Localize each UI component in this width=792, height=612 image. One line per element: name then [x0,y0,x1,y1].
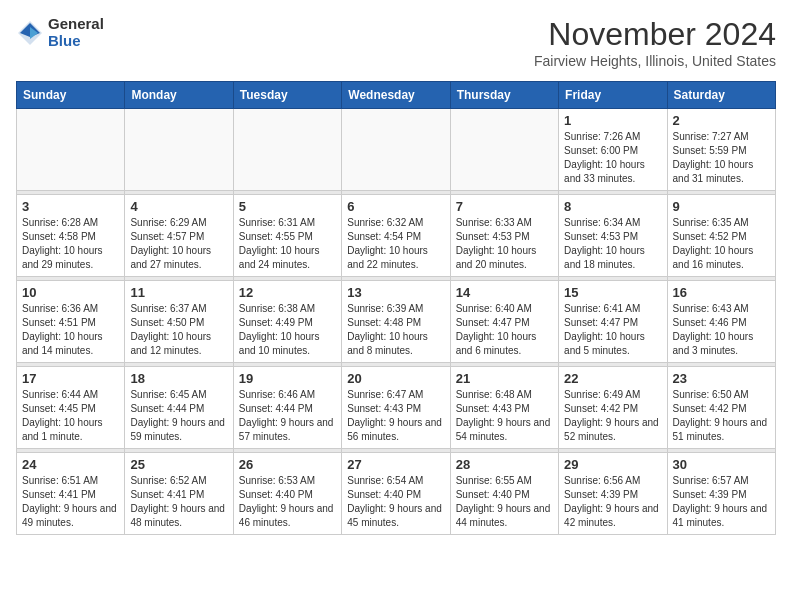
day-number: 1 [564,113,661,128]
day-detail: Sunrise: 6:31 AM Sunset: 4:55 PM Dayligh… [239,216,336,272]
day-number: 30 [673,457,770,472]
day-number: 12 [239,285,336,300]
day-number: 22 [564,371,661,386]
calendar-cell: 8Sunrise: 6:34 AM Sunset: 4:53 PM Daylig… [559,195,667,277]
day-detail: Sunrise: 6:39 AM Sunset: 4:48 PM Dayligh… [347,302,444,358]
calendar-cell [342,109,450,191]
calendar-header-row: SundayMondayTuesdayWednesdayThursdayFrid… [17,82,776,109]
logo-text: General Blue [48,16,104,49]
day-detail: Sunrise: 6:51 AM Sunset: 4:41 PM Dayligh… [22,474,119,530]
day-header: Wednesday [342,82,450,109]
day-detail: Sunrise: 6:41 AM Sunset: 4:47 PM Dayligh… [564,302,661,358]
calendar-cell: 27Sunrise: 6:54 AM Sunset: 4:40 PM Dayli… [342,453,450,535]
day-number: 8 [564,199,661,214]
day-detail: Sunrise: 6:40 AM Sunset: 4:47 PM Dayligh… [456,302,553,358]
calendar-cell: 19Sunrise: 6:46 AM Sunset: 4:44 PM Dayli… [233,367,341,449]
calendar-cell: 22Sunrise: 6:49 AM Sunset: 4:42 PM Dayli… [559,367,667,449]
day-detail: Sunrise: 6:45 AM Sunset: 4:44 PM Dayligh… [130,388,227,444]
calendar-cell: 6Sunrise: 6:32 AM Sunset: 4:54 PM Daylig… [342,195,450,277]
day-detail: Sunrise: 6:36 AM Sunset: 4:51 PM Dayligh… [22,302,119,358]
calendar-table: SundayMondayTuesdayWednesdayThursdayFrid… [16,81,776,535]
location: Fairview Heights, Illinois, United State… [534,53,776,69]
day-detail: Sunrise: 6:43 AM Sunset: 4:46 PM Dayligh… [673,302,770,358]
day-number: 3 [22,199,119,214]
calendar-cell: 9Sunrise: 6:35 AM Sunset: 4:52 PM Daylig… [667,195,775,277]
day-detail: Sunrise: 7:27 AM Sunset: 5:59 PM Dayligh… [673,130,770,186]
day-number: 2 [673,113,770,128]
calendar-week-row: 10Sunrise: 6:36 AM Sunset: 4:51 PM Dayli… [17,281,776,363]
day-detail: Sunrise: 6:28 AM Sunset: 4:58 PM Dayligh… [22,216,119,272]
calendar-cell: 11Sunrise: 6:37 AM Sunset: 4:50 PM Dayli… [125,281,233,363]
calendar-cell: 10Sunrise: 6:36 AM Sunset: 4:51 PM Dayli… [17,281,125,363]
calendar-week-row: 1Sunrise: 7:26 AM Sunset: 6:00 PM Daylig… [17,109,776,191]
calendar-cell: 2Sunrise: 7:27 AM Sunset: 5:59 PM Daylig… [667,109,775,191]
day-number: 9 [673,199,770,214]
day-detail: Sunrise: 6:50 AM Sunset: 4:42 PM Dayligh… [673,388,770,444]
logo: General Blue [16,16,104,49]
calendar-cell: 12Sunrise: 6:38 AM Sunset: 4:49 PM Dayli… [233,281,341,363]
day-number: 7 [456,199,553,214]
calendar-cell [125,109,233,191]
calendar-cell: 30Sunrise: 6:57 AM Sunset: 4:39 PM Dayli… [667,453,775,535]
day-number: 16 [673,285,770,300]
calendar-cell: 7Sunrise: 6:33 AM Sunset: 4:53 PM Daylig… [450,195,558,277]
day-detail: Sunrise: 6:49 AM Sunset: 4:42 PM Dayligh… [564,388,661,444]
day-number: 19 [239,371,336,386]
calendar-cell: 24Sunrise: 6:51 AM Sunset: 4:41 PM Dayli… [17,453,125,535]
day-header: Saturday [667,82,775,109]
day-number: 29 [564,457,661,472]
day-detail: Sunrise: 6:57 AM Sunset: 4:39 PM Dayligh… [673,474,770,530]
day-number: 28 [456,457,553,472]
calendar-cell: 5Sunrise: 6:31 AM Sunset: 4:55 PM Daylig… [233,195,341,277]
logo-general: General [48,16,104,33]
day-detail: Sunrise: 6:34 AM Sunset: 4:53 PM Dayligh… [564,216,661,272]
calendar-cell: 29Sunrise: 6:56 AM Sunset: 4:39 PM Dayli… [559,453,667,535]
day-detail: Sunrise: 6:35 AM Sunset: 4:52 PM Dayligh… [673,216,770,272]
day-number: 4 [130,199,227,214]
day-number: 27 [347,457,444,472]
day-number: 26 [239,457,336,472]
day-detail: Sunrise: 6:56 AM Sunset: 4:39 PM Dayligh… [564,474,661,530]
day-number: 24 [22,457,119,472]
day-number: 10 [22,285,119,300]
day-header: Tuesday [233,82,341,109]
calendar-cell: 15Sunrise: 6:41 AM Sunset: 4:47 PM Dayli… [559,281,667,363]
day-detail: Sunrise: 6:53 AM Sunset: 4:40 PM Dayligh… [239,474,336,530]
day-number: 21 [456,371,553,386]
day-number: 20 [347,371,444,386]
day-detail: Sunrise: 6:32 AM Sunset: 4:54 PM Dayligh… [347,216,444,272]
calendar-cell: 23Sunrise: 6:50 AM Sunset: 4:42 PM Dayli… [667,367,775,449]
calendar-cell: 28Sunrise: 6:55 AM Sunset: 4:40 PM Dayli… [450,453,558,535]
day-detail: Sunrise: 6:29 AM Sunset: 4:57 PM Dayligh… [130,216,227,272]
calendar-cell: 14Sunrise: 6:40 AM Sunset: 4:47 PM Dayli… [450,281,558,363]
title-block: November 2024 Fairview Heights, Illinois… [534,16,776,69]
calendar-cell: 17Sunrise: 6:44 AM Sunset: 4:45 PM Dayli… [17,367,125,449]
calendar-week-row: 24Sunrise: 6:51 AM Sunset: 4:41 PM Dayli… [17,453,776,535]
day-detail: Sunrise: 6:52 AM Sunset: 4:41 PM Dayligh… [130,474,227,530]
day-number: 5 [239,199,336,214]
day-detail: Sunrise: 6:46 AM Sunset: 4:44 PM Dayligh… [239,388,336,444]
calendar-cell [17,109,125,191]
day-header: Monday [125,82,233,109]
day-detail: Sunrise: 6:55 AM Sunset: 4:40 PM Dayligh… [456,474,553,530]
day-number: 14 [456,285,553,300]
calendar-cell: 13Sunrise: 6:39 AM Sunset: 4:48 PM Dayli… [342,281,450,363]
calendar-cell: 3Sunrise: 6:28 AM Sunset: 4:58 PM Daylig… [17,195,125,277]
day-detail: Sunrise: 6:47 AM Sunset: 4:43 PM Dayligh… [347,388,444,444]
day-detail: Sunrise: 6:37 AM Sunset: 4:50 PM Dayligh… [130,302,227,358]
calendar-cell: 25Sunrise: 6:52 AM Sunset: 4:41 PM Dayli… [125,453,233,535]
calendar-cell: 16Sunrise: 6:43 AM Sunset: 4:46 PM Dayli… [667,281,775,363]
day-detail: Sunrise: 6:38 AM Sunset: 4:49 PM Dayligh… [239,302,336,358]
calendar-week-row: 17Sunrise: 6:44 AM Sunset: 4:45 PM Dayli… [17,367,776,449]
calendar-cell: 26Sunrise: 6:53 AM Sunset: 4:40 PM Dayli… [233,453,341,535]
day-detail: Sunrise: 7:26 AM Sunset: 6:00 PM Dayligh… [564,130,661,186]
day-number: 15 [564,285,661,300]
calendar-cell: 20Sunrise: 6:47 AM Sunset: 4:43 PM Dayli… [342,367,450,449]
calendar-cell: 18Sunrise: 6:45 AM Sunset: 4:44 PM Dayli… [125,367,233,449]
logo-icon [16,19,44,47]
calendar-cell: 4Sunrise: 6:29 AM Sunset: 4:57 PM Daylig… [125,195,233,277]
day-header: Sunday [17,82,125,109]
calendar-cell: 21Sunrise: 6:48 AM Sunset: 4:43 PM Dayli… [450,367,558,449]
day-number: 13 [347,285,444,300]
day-detail: Sunrise: 6:48 AM Sunset: 4:43 PM Dayligh… [456,388,553,444]
